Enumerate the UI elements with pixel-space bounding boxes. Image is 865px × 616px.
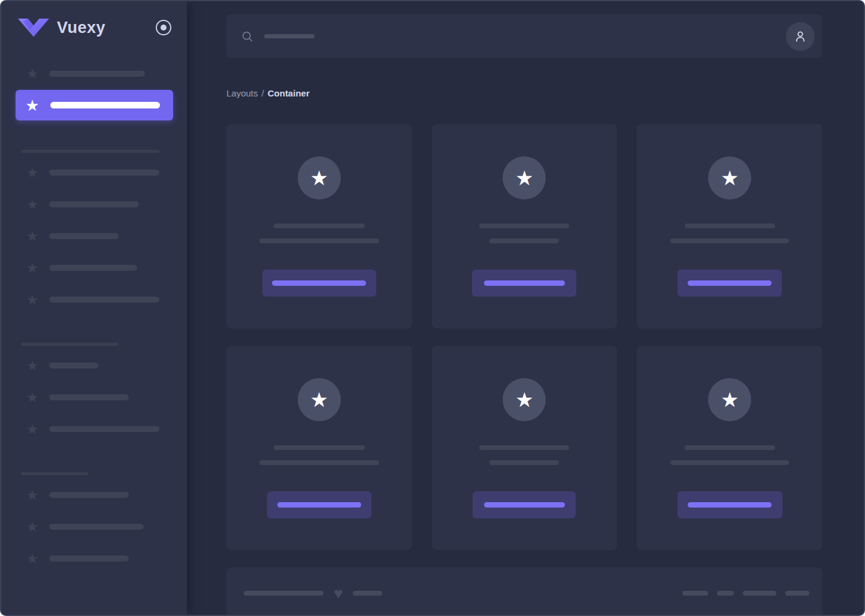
- button-label-skeleton: [688, 502, 772, 508]
- breadcrumb-parent[interactable]: Layouts: [226, 88, 258, 98]
- card-subtitle-skeleton: [259, 460, 379, 465]
- menu-label-skeleton: [49, 297, 159, 303]
- card-avatar: ★: [298, 378, 341, 421]
- star-icon: ★: [310, 389, 328, 410]
- content-card: ★: [432, 124, 618, 328]
- card-subtitle-skeleton: [489, 238, 559, 243]
- sidebar-menu-item[interactable]: ★: [1, 488, 187, 502]
- star-icon: ★: [721, 389, 739, 410]
- search-icon: [241, 30, 254, 43]
- card-title-skeleton: [685, 445, 775, 450]
- sidebar-menu: ★ ★ ★ ★ ★ ★ ★ ★ ★ ★ ★ ★: [1, 67, 187, 566]
- content-card: ★: [432, 346, 618, 550]
- menu-label-skeleton: [49, 363, 98, 369]
- star-icon: ★: [25, 197, 40, 212]
- star-icon: ★: [25, 358, 40, 373]
- card-subtitle-skeleton: [259, 238, 379, 243]
- menu-label-skeleton: [49, 555, 129, 561]
- footer-link-skeleton: [785, 591, 809, 596]
- card-avatar: ★: [298, 156, 341, 200]
- star-icon: ★: [25, 488, 40, 502]
- sidebar-menu-item[interactable]: ★: [1, 197, 187, 212]
- sidebar-menu-item[interactable]: ★: [1, 229, 187, 243]
- sidebar: Vuexy ★ ★ ★ ★ ★ ★ ★ ★: [1, 1, 187, 615]
- star-icon: ★: [25, 292, 40, 307]
- card-title-skeleton: [274, 224, 365, 228]
- footer-links: [682, 591, 809, 596]
- heart-icon[interactable]: ♥: [334, 585, 343, 601]
- card-action-button[interactable]: [678, 491, 782, 518]
- breadcrumb-current: Container: [268, 88, 310, 98]
- breadcrumb-separator: /: [262, 88, 264, 98]
- card-subtitle-skeleton: [670, 460, 789, 465]
- card-action-button[interactable]: [678, 270, 782, 297]
- footer-text-skeleton: [353, 591, 382, 596]
- sidebar-menu-item[interactable]: ★: [1, 390, 187, 404]
- vuexy-logo-icon: [18, 18, 49, 37]
- button-label-skeleton: [484, 502, 565, 508]
- button-label-skeleton: [688, 280, 772, 286]
- sidebar-section-header-skeleton: [21, 343, 119, 346]
- search-placeholder-skeleton: [264, 34, 314, 38]
- menu-label-skeleton: [49, 170, 159, 176]
- footer-row: ♥: [244, 585, 809, 601]
- user-avatar[interactable]: [786, 22, 815, 51]
- menu-label-skeleton: [49, 426, 159, 432]
- star-icon: ★: [310, 168, 328, 188]
- sidebar-menu-item[interactable]: ★: [1, 67, 187, 81]
- sidebar-menu-item[interactable]: ★: [1, 422, 187, 436]
- app-window: Vuexy ★ ★ ★ ★ ★ ★ ★ ★: [0, 0, 865, 616]
- footer-link-skeleton: [682, 591, 708, 596]
- search-bar[interactable]: [226, 14, 822, 58]
- content-card: ★: [226, 346, 412, 550]
- star-icon: ★: [25, 229, 40, 243]
- sidebar-menu-item[interactable]: ★: [1, 551, 187, 566]
- button-label-skeleton: [272, 280, 366, 286]
- card-action-button[interactable]: [472, 270, 576, 297]
- footer-link-skeleton: [743, 591, 776, 596]
- footer-text-skeleton: [244, 591, 323, 596]
- menu-label-skeleton: [49, 492, 129, 498]
- sidebar-section-header-skeleton: [21, 150, 159, 153]
- card-grid: ★ ★ ★ ★ ★: [226, 124, 822, 550]
- menu-label-skeleton: [49, 233, 119, 239]
- content-card: ★: [226, 124, 412, 328]
- card-avatar: ★: [503, 378, 546, 421]
- sidebar-menu-item[interactable]: ★: [1, 358, 187, 373]
- sidebar-menu-item[interactable]: ★: [1, 165, 187, 180]
- star-icon: ★: [515, 389, 533, 410]
- card-title-skeleton: [274, 445, 365, 450]
- star-icon: ★: [25, 165, 40, 180]
- menu-pin-toggle-icon[interactable]: [156, 20, 171, 35]
- pin-dot: [161, 25, 167, 31]
- main-content: Layouts/Container ★ ★ ★ ★: [187, 1, 864, 615]
- star-icon: ★: [25, 551, 40, 566]
- card-title-skeleton: [479, 224, 569, 228]
- button-label-skeleton: [484, 280, 565, 286]
- card-action-button[interactable]: [262, 270, 376, 297]
- card-avatar: ★: [708, 378, 751, 421]
- sidebar-menu-item-active[interactable]: ★: [16, 90, 173, 120]
- menu-label-skeleton: [49, 524, 144, 530]
- card-subtitle-skeleton: [670, 238, 789, 243]
- sidebar-menu-item[interactable]: ★: [1, 292, 187, 307]
- star-icon: ★: [25, 390, 40, 404]
- button-label-skeleton: [277, 502, 361, 508]
- card-action-button[interactable]: [267, 491, 371, 518]
- menu-label-skeleton: [49, 265, 137, 271]
- card-subtitle-skeleton: [489, 460, 559, 465]
- sidebar-menu-item[interactable]: ★: [1, 520, 187, 534]
- star-icon: ★: [25, 520, 40, 534]
- active-menu-label-skeleton: [50, 102, 160, 108]
- star-icon: ★: [515, 168, 533, 188]
- sidebar-section-header-skeleton: [21, 472, 88, 475]
- star-icon: ★: [25, 67, 40, 81]
- menu-label-skeleton: [49, 71, 145, 77]
- content-card: ★: [637, 124, 822, 328]
- footer-link-skeleton: [717, 591, 734, 596]
- sidebar-menu-item[interactable]: ★: [1, 261, 187, 275]
- star-icon: ★: [25, 422, 40, 436]
- card-title-skeleton: [479, 445, 569, 450]
- sidebar-header: Vuexy: [1, 1, 187, 54]
- card-action-button[interactable]: [473, 491, 576, 518]
